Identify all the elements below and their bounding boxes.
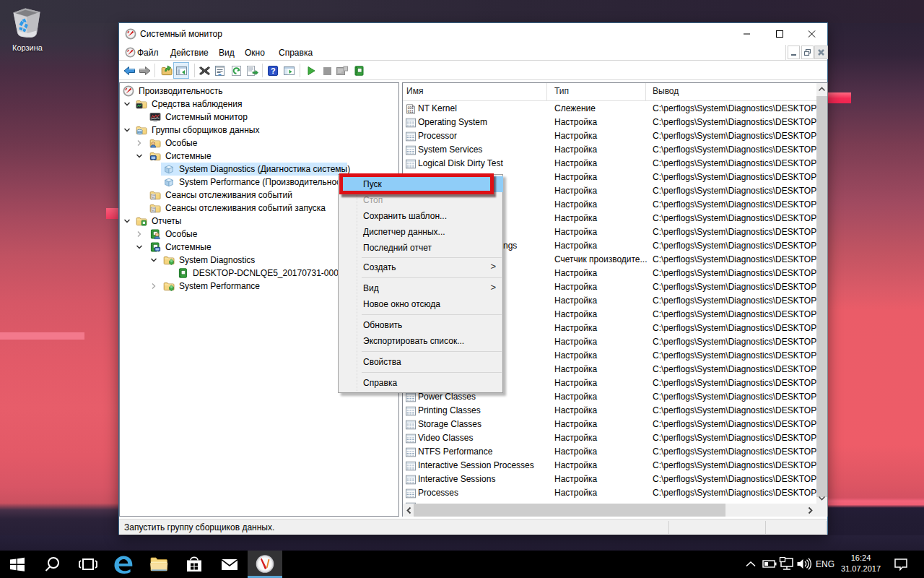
- svg-text:?: ?: [271, 66, 276, 75]
